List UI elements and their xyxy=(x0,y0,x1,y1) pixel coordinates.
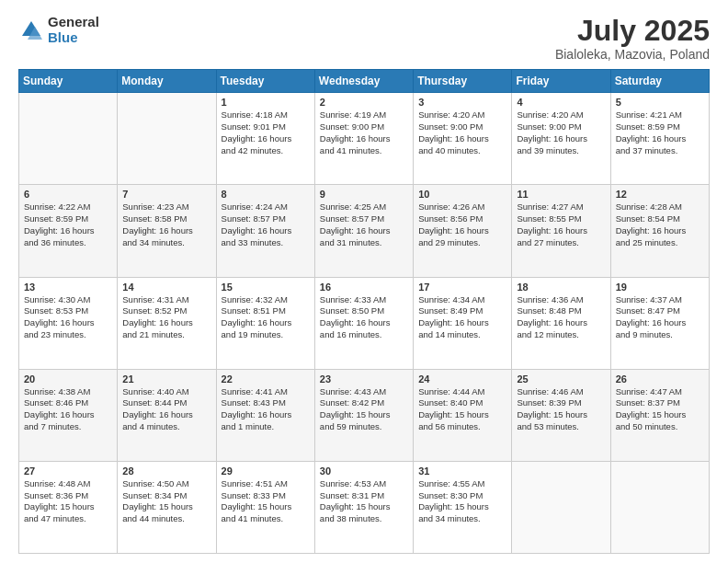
calendar-cell: 27Sunrise: 4:48 AM Sunset: 8:36 PM Dayli… xyxy=(19,461,118,553)
day-number: 7 xyxy=(122,189,210,200)
calendar-week-row: 20Sunrise: 4:38 AM Sunset: 8:46 PM Dayli… xyxy=(19,369,710,461)
calendar-cell xyxy=(118,93,216,185)
cell-details: Sunrise: 4:50 AM Sunset: 8:34 PM Dayligh… xyxy=(122,478,210,525)
cell-details: Sunrise: 4:18 AM Sunset: 9:01 PM Dayligh… xyxy=(222,109,310,156)
day-number: 30 xyxy=(320,465,408,477)
cell-details: Sunrise: 4:26 AM Sunset: 8:56 PM Dayligh… xyxy=(418,201,506,248)
logo-text: General Blue xyxy=(48,15,99,45)
col-header-friday: Friday xyxy=(512,70,610,93)
day-number: 10 xyxy=(418,189,506,200)
cell-details: Sunrise: 4:23 AM Sunset: 8:58 PM Dayligh… xyxy=(122,201,210,248)
calendar-cell xyxy=(610,461,709,553)
day-number: 22 xyxy=(222,373,310,385)
day-number: 2 xyxy=(320,97,408,108)
calendar-cell: 18Sunrise: 4:36 AM Sunset: 8:48 PM Dayli… xyxy=(512,277,610,369)
cell-details: Sunrise: 4:48 AM Sunset: 8:36 PM Dayligh… xyxy=(24,478,112,525)
col-header-wednesday: Wednesday xyxy=(314,70,413,93)
cell-details: Sunrise: 4:46 AM Sunset: 8:39 PM Dayligh… xyxy=(517,386,605,433)
day-number: 6 xyxy=(24,189,112,200)
cell-details: Sunrise: 4:27 AM Sunset: 8:55 PM Dayligh… xyxy=(517,201,605,248)
title-block: July 2025 Bialoleka, Mazovia, Poland xyxy=(555,15,710,62)
calendar-cell: 20Sunrise: 4:38 AM Sunset: 8:46 PM Dayli… xyxy=(19,369,118,461)
cell-details: Sunrise: 4:33 AM Sunset: 8:50 PM Dayligh… xyxy=(320,294,408,341)
cell-details: Sunrise: 4:53 AM Sunset: 8:31 PM Dayligh… xyxy=(320,478,408,525)
day-number: 31 xyxy=(418,465,506,477)
calendar-cell: 21Sunrise: 4:40 AM Sunset: 8:44 PM Dayli… xyxy=(118,369,216,461)
cell-details: Sunrise: 4:19 AM Sunset: 9:00 PM Dayligh… xyxy=(320,109,408,156)
location-subtitle: Bialoleka, Mazovia, Poland xyxy=(555,47,710,62)
cell-details: Sunrise: 4:31 AM Sunset: 8:52 PM Dayligh… xyxy=(122,294,210,341)
day-number: 17 xyxy=(418,282,506,293)
cell-details: Sunrise: 4:47 AM Sunset: 8:37 PM Dayligh… xyxy=(616,386,704,433)
calendar-week-row: 1Sunrise: 4:18 AM Sunset: 9:01 PM Daylig… xyxy=(19,93,710,185)
calendar-cell: 19Sunrise: 4:37 AM Sunset: 8:47 PM Dayli… xyxy=(610,277,709,369)
col-header-tuesday: Tuesday xyxy=(216,70,314,93)
calendar-cell: 17Sunrise: 4:34 AM Sunset: 8:49 PM Dayli… xyxy=(414,277,512,369)
day-number: 5 xyxy=(616,97,704,108)
calendar-cell: 9Sunrise: 4:25 AM Sunset: 8:57 PM Daylig… xyxy=(314,185,413,277)
cell-details: Sunrise: 4:40 AM Sunset: 8:44 PM Dayligh… xyxy=(122,386,210,433)
calendar-header-row: SundayMondayTuesdayWednesdayThursdayFrid… xyxy=(19,70,710,93)
cell-details: Sunrise: 4:36 AM Sunset: 8:48 PM Dayligh… xyxy=(517,294,605,341)
day-number: 27 xyxy=(24,465,112,477)
day-number: 18 xyxy=(517,282,605,293)
logo-icon xyxy=(18,17,44,43)
day-number: 28 xyxy=(122,465,210,477)
cell-details: Sunrise: 4:22 AM Sunset: 8:59 PM Dayligh… xyxy=(24,201,112,248)
calendar-cell: 7Sunrise: 4:23 AM Sunset: 8:58 PM Daylig… xyxy=(118,185,216,277)
cell-details: Sunrise: 4:24 AM Sunset: 8:57 PM Dayligh… xyxy=(222,201,310,248)
calendar-cell: 31Sunrise: 4:55 AM Sunset: 8:30 PM Dayli… xyxy=(414,461,512,553)
cell-details: Sunrise: 4:44 AM Sunset: 8:40 PM Dayligh… xyxy=(418,386,506,433)
logo: General Blue xyxy=(18,15,99,45)
calendar-cell: 23Sunrise: 4:43 AM Sunset: 8:42 PM Dayli… xyxy=(314,369,413,461)
calendar-cell: 22Sunrise: 4:41 AM Sunset: 8:43 PM Dayli… xyxy=(216,369,314,461)
cell-details: Sunrise: 4:28 AM Sunset: 8:54 PM Dayligh… xyxy=(616,201,704,248)
col-header-saturday: Saturday xyxy=(610,70,709,93)
calendar-cell: 8Sunrise: 4:24 AM Sunset: 8:57 PM Daylig… xyxy=(216,185,314,277)
day-number: 4 xyxy=(517,97,605,108)
logo-blue-text: Blue xyxy=(48,30,99,46)
calendar-table: SundayMondayTuesdayWednesdayThursdayFrid… xyxy=(18,69,710,554)
calendar-cell: 2Sunrise: 4:19 AM Sunset: 9:00 PM Daylig… xyxy=(314,93,413,185)
calendar-cell: 6Sunrise: 4:22 AM Sunset: 8:59 PM Daylig… xyxy=(19,185,118,277)
day-number: 23 xyxy=(320,373,408,385)
cell-details: Sunrise: 4:30 AM Sunset: 8:53 PM Dayligh… xyxy=(24,294,112,341)
day-number: 11 xyxy=(517,189,605,200)
day-number: 29 xyxy=(222,465,310,477)
calendar-cell: 12Sunrise: 4:28 AM Sunset: 8:54 PM Dayli… xyxy=(610,185,709,277)
calendar-cell xyxy=(19,93,118,185)
cell-details: Sunrise: 4:37 AM Sunset: 8:47 PM Dayligh… xyxy=(616,294,704,341)
day-number: 25 xyxy=(517,373,605,385)
cell-details: Sunrise: 4:34 AM Sunset: 8:49 PM Dayligh… xyxy=(418,294,506,341)
calendar-cell: 4Sunrise: 4:20 AM Sunset: 9:00 PM Daylig… xyxy=(512,93,610,185)
calendar-cell: 29Sunrise: 4:51 AM Sunset: 8:33 PM Dayli… xyxy=(216,461,314,553)
calendar-week-row: 6Sunrise: 4:22 AM Sunset: 8:59 PM Daylig… xyxy=(19,185,710,277)
cell-details: Sunrise: 4:20 AM Sunset: 9:00 PM Dayligh… xyxy=(418,109,506,156)
day-number: 13 xyxy=(24,282,112,293)
day-number: 14 xyxy=(122,282,210,293)
col-header-monday: Monday xyxy=(118,70,216,93)
calendar-cell: 3Sunrise: 4:20 AM Sunset: 9:00 PM Daylig… xyxy=(414,93,512,185)
cell-details: Sunrise: 4:51 AM Sunset: 8:33 PM Dayligh… xyxy=(222,478,310,525)
cell-details: Sunrise: 4:43 AM Sunset: 8:42 PM Dayligh… xyxy=(320,386,408,433)
cell-details: Sunrise: 4:25 AM Sunset: 8:57 PM Dayligh… xyxy=(320,201,408,248)
day-number: 16 xyxy=(320,282,408,293)
calendar-cell: 16Sunrise: 4:33 AM Sunset: 8:50 PM Dayli… xyxy=(314,277,413,369)
header: General Blue July 2025 Bialoleka, Mazovi… xyxy=(18,15,710,62)
col-header-thursday: Thursday xyxy=(414,70,512,93)
day-number: 19 xyxy=(616,282,704,293)
day-number: 1 xyxy=(222,97,310,108)
cell-details: Sunrise: 4:55 AM Sunset: 8:30 PM Dayligh… xyxy=(418,478,506,525)
calendar-cell: 28Sunrise: 4:50 AM Sunset: 8:34 PM Dayli… xyxy=(118,461,216,553)
logo-general-text: General xyxy=(48,15,99,30)
day-number: 8 xyxy=(222,189,310,200)
calendar-cell: 11Sunrise: 4:27 AM Sunset: 8:55 PM Dayli… xyxy=(512,185,610,277)
calendar-cell: 25Sunrise: 4:46 AM Sunset: 8:39 PM Dayli… xyxy=(512,369,610,461)
day-number: 15 xyxy=(222,282,310,293)
cell-details: Sunrise: 4:20 AM Sunset: 9:00 PM Dayligh… xyxy=(517,109,605,156)
calendar-cell: 30Sunrise: 4:53 AM Sunset: 8:31 PM Dayli… xyxy=(314,461,413,553)
day-number: 20 xyxy=(24,373,112,385)
col-header-sunday: Sunday xyxy=(19,70,118,93)
calendar-cell: 5Sunrise: 4:21 AM Sunset: 8:59 PM Daylig… xyxy=(610,93,709,185)
page: General Blue July 2025 Bialoleka, Mazovi… xyxy=(0,0,728,563)
